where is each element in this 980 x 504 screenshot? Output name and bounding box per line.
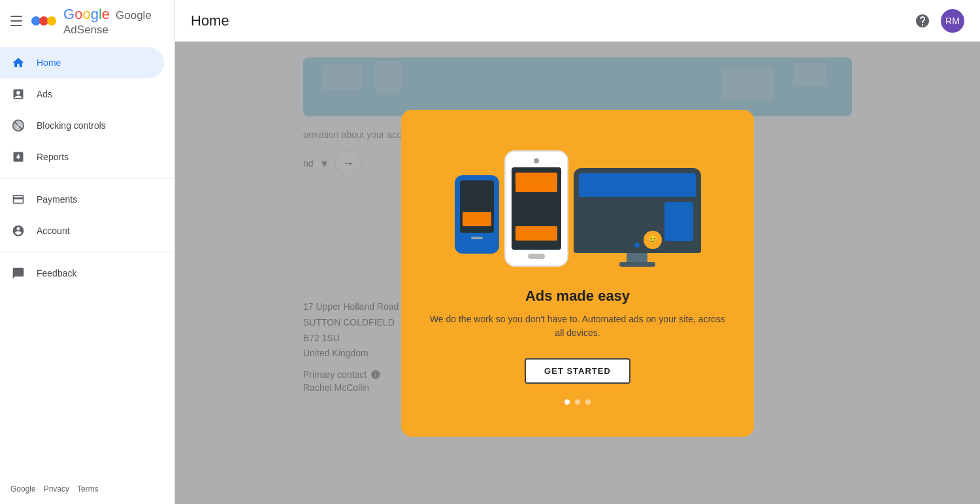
get-started-button[interactable]: GET STARTED (525, 358, 630, 384)
sidebar-item-feedback-label: Feedback (37, 268, 76, 278)
sidebar-item-payments[interactable]: Payments (0, 184, 164, 215)
sidebar-footer: Google Privacy Terms (0, 474, 174, 504)
svg-point-0 (31, 16, 41, 25)
footer-google-link[interactable]: Google (10, 484, 36, 494)
modal-overlay: 😊 Ads made easy We do the work so you do… (175, 42, 980, 504)
sidebar-item-ads[interactable]: Ads (0, 78, 164, 110)
sidebar-item-reports[interactable]: Reports (0, 141, 164, 173)
reports-icon (10, 149, 26, 165)
footer-terms-link[interactable]: Terms (77, 484, 99, 494)
sidebar-item-payments-label: Payments (37, 194, 77, 205)
sidebar-item-account-label: Account (37, 226, 70, 236)
sidebar-item-feedback[interactable]: Feedback (0, 258, 164, 289)
dot-1[interactable] (564, 399, 570, 405)
google-logo (31, 13, 57, 29)
payments-icon (10, 192, 26, 207)
modal-title: Ads made easy (525, 288, 630, 305)
modal-card: 😊 Ads made easy We do the work so you do… (401, 110, 754, 437)
logo: Google Google AdSense (31, 6, 164, 37)
sidebar-item-home[interactable]: Home (0, 47, 164, 78)
sidebar-header: Google Google AdSense (0, 0, 174, 42)
ads-icon (10, 86, 26, 102)
sidebar: Google Google AdSense Home Ads Blocking … (0, 0, 175, 504)
hamburger-menu[interactable] (10, 13, 23, 29)
modal-illustration: 😊 (453, 136, 702, 267)
page-title: Home (191, 12, 229, 29)
sidebar-item-reports-label: Reports (37, 152, 69, 162)
dot-2[interactable] (575, 399, 580, 405)
modal-dots (564, 399, 591, 405)
block-icon (10, 118, 26, 133)
home-icon (10, 55, 26, 71)
sidebar-item-blocking-label: Blocking controls (37, 120, 106, 131)
svg-point-2 (47, 16, 56, 25)
dot-3[interactable] (585, 399, 591, 405)
sidebar-nav: Home Ads Blocking controls Reports (0, 42, 174, 474)
nav-divider-2 (0, 252, 174, 252)
footer-privacy-link[interactable]: Privacy (44, 484, 69, 494)
nav-divider (0, 178, 174, 178)
main-content: ormation about your account. nd ▾ → 17 U… (175, 42, 980, 504)
svg-point-1 (39, 16, 48, 25)
sidebar-item-ads-label: Ads (37, 89, 52, 99)
feedback-icon (10, 265, 26, 281)
modal-subtitle: We do the work so you don't have to. Aut… (427, 312, 728, 340)
account-icon (10, 223, 26, 239)
sidebar-item-blocking[interactable]: Blocking controls (0, 110, 164, 141)
avatar[interactable]: RM (941, 9, 964, 33)
help-button[interactable] (909, 8, 936, 34)
sidebar-item-home-label: Home (37, 58, 61, 68)
topbar-actions: RM (909, 8, 964, 34)
topbar: Home RM (175, 0, 980, 42)
sidebar-item-account[interactable]: Account (0, 215, 164, 246)
